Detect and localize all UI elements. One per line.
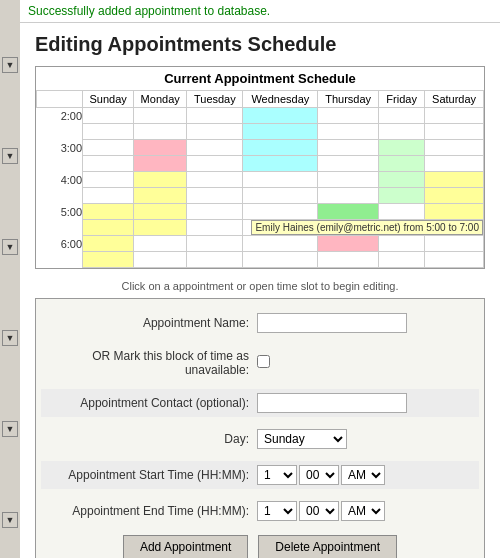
- page-title: Editing Appointments Schedule: [35, 33, 485, 56]
- time-2-00: 2:00: [37, 108, 83, 124]
- unavailable-row: OR Mark this block of time as unavailabl…: [41, 345, 479, 381]
- col-friday: Friday: [379, 91, 425, 108]
- end-minute-select[interactable]: 00153045: [299, 501, 339, 521]
- unavailable-checkbox[interactable]: [257, 355, 270, 368]
- start-time-row: Appointment Start Time (HH:MM): 1234 567…: [41, 461, 479, 489]
- time-6-00: 6:00: [37, 236, 83, 252]
- time-4-00: 4:00: [37, 172, 83, 188]
- end-time-input-wrap: 1234 5678 9101112 00153045 AMPM: [257, 501, 473, 521]
- day-row: Day: Sunday Monday Tuesday Wednesday Thu…: [41, 425, 479, 453]
- arrow-6[interactable]: ▼: [2, 512, 18, 528]
- table-row[interactable]: [37, 252, 484, 268]
- appointment-form: Appointment Name: OR Mark this block of …: [35, 298, 485, 558]
- start-hour-select[interactable]: 1234 5678 9101112: [257, 465, 297, 485]
- end-hour-select[interactable]: 1234 5678 9101112: [257, 501, 297, 521]
- table-row[interactable]: 5:00: [37, 204, 484, 220]
- arrow-3[interactable]: ▼: [2, 239, 18, 255]
- end-ampm-select[interactable]: AMPM: [341, 501, 385, 521]
- col-tuesday: Tuesday: [187, 91, 243, 108]
- col-wednesday: Wednesday: [243, 91, 318, 108]
- table-row[interactable]: 4:00: [37, 172, 484, 188]
- col-saturday: Saturday: [425, 91, 484, 108]
- end-time-label: Appointment End Time (HH:MM):: [47, 504, 257, 518]
- day-select[interactable]: Sunday Monday Tuesday Wednesday Thursday…: [257, 429, 347, 449]
- contact-input-wrap: [257, 393, 473, 413]
- end-time-row: Appointment End Time (HH:MM): 1234 5678 …: [41, 497, 479, 525]
- contact-input[interactable]: [257, 393, 407, 413]
- appointment-name-input[interactable]: [257, 313, 407, 333]
- start-time-label: Appointment Start Time (HH:MM):: [47, 468, 257, 482]
- click-hint: Click on a appointment or open time slot…: [35, 277, 485, 298]
- add-appointment-button[interactable]: Add Appointment: [123, 535, 248, 558]
- start-ampm-select[interactable]: AMPM: [341, 465, 385, 485]
- col-sunday: Sunday: [83, 91, 134, 108]
- appointment-name-label: Appointment Name:: [47, 316, 257, 330]
- col-thursday: Thursday: [318, 91, 379, 108]
- time-col-header: [37, 91, 83, 108]
- success-message: Successfully added appointment to databa…: [20, 0, 500, 23]
- delete-appointment-button[interactable]: Delete Appointment: [258, 535, 397, 558]
- appointment-name-input-wrap: [257, 313, 473, 333]
- table-row[interactable]: 6:00: [37, 236, 484, 252]
- contact-row: Appointment Contact (optional):: [41, 389, 479, 417]
- table-row[interactable]: 3:00: [37, 140, 484, 156]
- time-5-00: 5:00: [37, 204, 83, 220]
- arrow-5[interactable]: ▼: [2, 421, 18, 437]
- table-row[interactable]: [37, 124, 484, 140]
- button-row: Add Appointment Delete Appointment: [41, 535, 479, 558]
- schedule-title: Current Appointment Schedule: [36, 67, 484, 90]
- arrow-1[interactable]: ▼: [2, 57, 18, 73]
- table-row tooltip-row[interactable]: Emily Haines (emily@metric.net) from 5:0…: [37, 220, 484, 236]
- unavailable-label: OR Mark this block of time as unavailabl…: [47, 349, 257, 377]
- schedule-box: Current Appointment Schedule Sunday Mond…: [35, 66, 485, 269]
- calendar-grid: Sunday Monday Tuesday Wednesday Thursday…: [36, 90, 484, 268]
- col-monday: Monday: [134, 91, 187, 108]
- contact-label: Appointment Contact (optional):: [47, 396, 257, 410]
- arrow-4[interactable]: ▼: [2, 330, 18, 346]
- day-label: Day:: [47, 432, 257, 446]
- table-row[interactable]: [37, 188, 484, 204]
- time-3-00: 3:00: [37, 140, 83, 156]
- start-time-input-wrap: 1234 5678 9101112 00153045 AMPM: [257, 465, 473, 485]
- start-minute-select[interactable]: 00153045: [299, 465, 339, 485]
- table-row[interactable]: 2:00: [37, 108, 484, 124]
- appointment-name-row: Appointment Name:: [41, 309, 479, 337]
- table-row[interactable]: [37, 156, 484, 172]
- arrow-2[interactable]: ▼: [2, 148, 18, 164]
- day-input-wrap: Sunday Monday Tuesday Wednesday Thursday…: [257, 429, 473, 449]
- unavailable-input-wrap: [257, 355, 473, 371]
- tooltip: Emily Haines (emily@metric.net) from 5:0…: [251, 220, 483, 235]
